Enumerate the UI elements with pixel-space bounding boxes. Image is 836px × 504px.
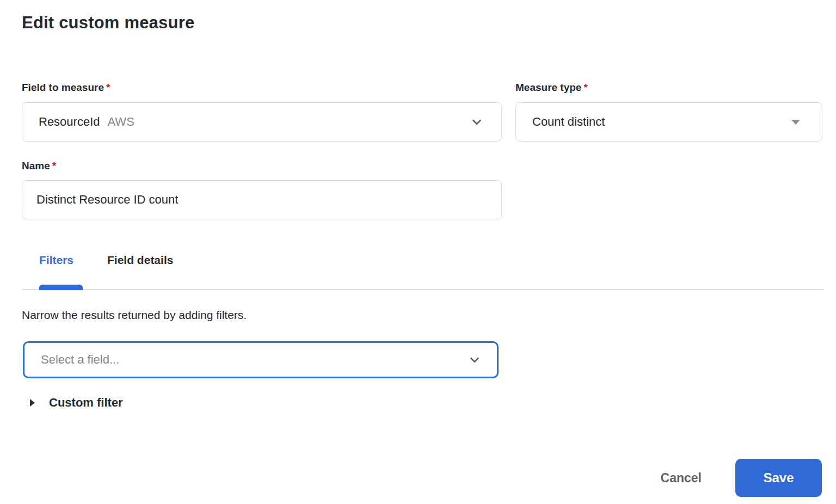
name-label: Name* xyxy=(22,160,56,172)
required-asterisk: * xyxy=(52,160,56,171)
measure-type-value: Count distinct xyxy=(532,115,605,129)
custom-filter-label: Custom filter xyxy=(49,396,123,410)
field-to-measure-label-text: Field to measure xyxy=(22,82,104,93)
field-to-measure-suffix: AWS xyxy=(108,115,134,129)
name-label-text: Name xyxy=(22,160,50,171)
active-tab-indicator xyxy=(39,285,83,290)
filter-field-select[interactable]: Select a field... xyxy=(23,341,499,378)
cancel-button[interactable]: Cancel xyxy=(653,465,709,491)
caret-down-icon xyxy=(791,120,800,125)
filters-hint: Narrow the results returned by adding fi… xyxy=(22,309,247,322)
save-button[interactable]: Save xyxy=(735,459,822,497)
triangle-right-icon xyxy=(30,399,35,407)
page-title: Edit custom measure xyxy=(22,13,194,33)
measure-type-select[interactable]: Count distinct xyxy=(515,102,822,142)
filter-field-placeholder: Select a field... xyxy=(41,353,119,367)
name-input[interactable] xyxy=(22,180,502,219)
field-to-measure-label: Field to measure* xyxy=(22,82,110,94)
tab-divider xyxy=(22,289,823,290)
edit-custom-measure-dialog: Edit custom measure Field to measure* Re… xyxy=(0,0,836,504)
required-asterisk: * xyxy=(106,82,110,93)
tab-bar: Filters Field details xyxy=(39,254,173,267)
measure-type-label-text: Measure type xyxy=(515,82,581,93)
chevron-down-icon xyxy=(469,354,481,366)
required-asterisk: * xyxy=(583,82,587,93)
measure-type-label: Measure type* xyxy=(515,82,588,94)
field-to-measure-select[interactable]: ResourceId AWS xyxy=(22,102,502,142)
tab-field-details[interactable]: Field details xyxy=(107,254,173,267)
custom-filter-expander[interactable]: Custom filter xyxy=(30,396,123,410)
footer-actions: Cancel Save xyxy=(653,459,822,497)
chevron-down-icon xyxy=(471,116,483,128)
tab-filters[interactable]: Filters xyxy=(39,254,73,267)
field-to-measure-value: ResourceId xyxy=(39,115,100,129)
